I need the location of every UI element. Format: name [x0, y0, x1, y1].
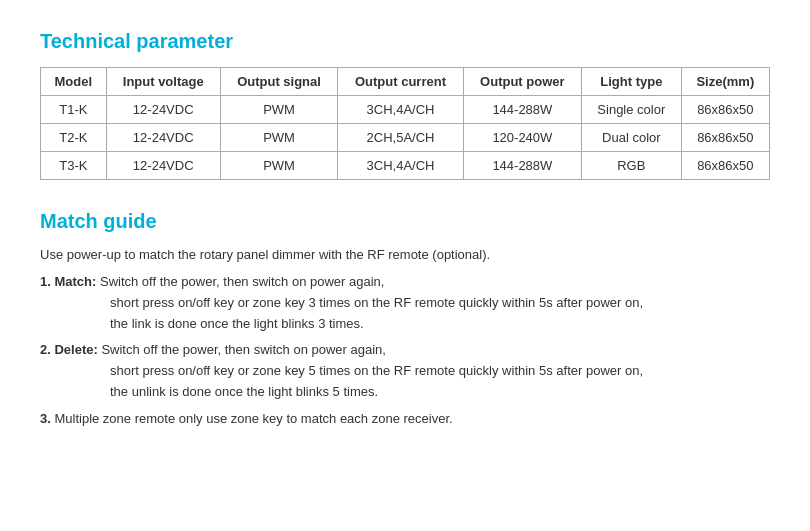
match-intro: Use power-up to match the rotary panel d… — [40, 247, 770, 262]
table-header-row: ModelInput voltageOutput signalOutput cu… — [41, 68, 770, 96]
table-header-cell: Light type — [581, 68, 681, 96]
table-cell: 144-288W — [463, 152, 581, 180]
table-row: T1-K12-24VDCPWM3CH,4A/CH144-288WSingle c… — [41, 96, 770, 124]
table-cell: 3CH,4A/CH — [338, 96, 464, 124]
match-title: Match guide — [40, 210, 770, 233]
table-header-cell: Size(mm) — [681, 68, 769, 96]
table-cell: 86x86x50 — [681, 96, 769, 124]
table-header-cell: Input voltage — [106, 68, 220, 96]
table-cell: PWM — [220, 124, 337, 152]
table-cell: 2CH,5A/CH — [338, 124, 464, 152]
table-cell: 86x86x50 — [681, 124, 769, 152]
table-header-cell: Output power — [463, 68, 581, 96]
table-header-cell: Output signal — [220, 68, 337, 96]
table-cell: 86x86x50 — [681, 152, 769, 180]
table-cell: 12-24VDC — [106, 96, 220, 124]
table-cell: 3CH,4A/CH — [338, 152, 464, 180]
table-cell: 12-24VDC — [106, 152, 220, 180]
table-cell: RGB — [581, 152, 681, 180]
table-cell: T3-K — [41, 152, 107, 180]
table-cell: T1-K — [41, 96, 107, 124]
table-cell: 12-24VDC — [106, 124, 220, 152]
table-cell: Single color — [581, 96, 681, 124]
table-cell: 120-240W — [463, 124, 581, 152]
match-list: 1. Match: Switch off the power, then swi… — [40, 272, 770, 430]
table-header-cell: Model — [41, 68, 107, 96]
table-cell: PWM — [220, 152, 337, 180]
table-cell: 144-288W — [463, 96, 581, 124]
technical-title: Technical parameter — [40, 30, 770, 53]
technical-section: Technical parameter ModelInput voltageOu… — [40, 30, 770, 180]
list-item: 1. Match: Switch off the power, then swi… — [40, 272, 770, 334]
table-row: T2-K12-24VDCPWM2CH,5A/CH120-240WDual col… — [41, 124, 770, 152]
table-cell: T2-K — [41, 124, 107, 152]
table-cell: Dual color — [581, 124, 681, 152]
table-header-cell: Output current — [338, 68, 464, 96]
list-item: 3. Multiple zone remote only use zone ke… — [40, 409, 770, 430]
match-section: Match guide Use power-up to match the ro… — [40, 210, 770, 430]
table-row: T3-K12-24VDCPWM3CH,4A/CH144-288WRGB86x86… — [41, 152, 770, 180]
table-cell: PWM — [220, 96, 337, 124]
list-item: 2. Delete: Switch off the power, then sw… — [40, 340, 770, 402]
technical-table: ModelInput voltageOutput signalOutput cu… — [40, 67, 770, 180]
